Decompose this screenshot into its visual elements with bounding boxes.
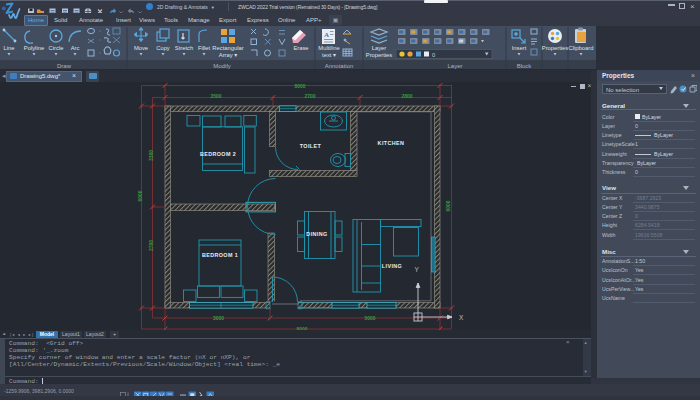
svg-text:Annotation: Annotation [325, 63, 354, 69]
svg-text:Circle: Circle [49, 45, 64, 51]
svg-text:Line: Line [4, 45, 15, 51]
svg-text:Draw: Draw [57, 63, 72, 69]
svg-text:Erase: Erase [293, 45, 308, 51]
svg-text:3300: 3300 [148, 150, 154, 161]
svg-text:Rectangular: Rectangular [212, 45, 243, 51]
svg-text:Insert: Insert [512, 45, 527, 51]
svg-text:8000: 8000 [294, 83, 305, 89]
svg-text:6000: 6000 [137, 190, 143, 201]
svg-text:Layer: Layer [447, 63, 462, 69]
svg-text:Array ▾: Array ▾ [219, 52, 237, 58]
svg-text:Layer: Layer [372, 45, 387, 51]
svg-text:Modify: Modify [213, 63, 231, 69]
svg-text:text ▾: text ▾ [322, 52, 336, 58]
svg-text:Y: Y [415, 266, 420, 273]
svg-text:2700: 2700 [148, 240, 154, 251]
svg-text:3500: 3500 [210, 93, 221, 99]
svg-text:TOILET: TOILET [300, 143, 322, 149]
svg-text:Move: Move [134, 45, 148, 51]
svg-text:A: A [324, 31, 329, 39]
svg-text:X: X [459, 314, 464, 321]
svg-text:BEDROOM 1: BEDROOM 1 [202, 252, 238, 258]
svg-text:Arc: Arc [71, 45, 80, 51]
svg-text:BEDROOM 2: BEDROOM 2 [200, 151, 236, 157]
svg-text:Properties: Properties [542, 45, 569, 51]
svg-text:Clipboard: Clipboard [569, 45, 594, 51]
svg-text:3000: 3000 [213, 315, 224, 321]
svg-text:Fillet: Fillet [198, 45, 211, 51]
svg-text:Block: Block [517, 63, 533, 69]
svg-text:0: 0 [432, 52, 435, 58]
svg-text:Copy: Copy [156, 45, 170, 51]
svg-text:5000: 5000 [364, 315, 375, 321]
svg-text:Polyline: Polyline [24, 45, 44, 51]
svg-text:DINING: DINING [306, 231, 327, 237]
svg-text:Properties: Properties [366, 52, 393, 58]
svg-text:6000: 6000 [445, 200, 451, 211]
svg-text:Stretch: Stretch [175, 45, 193, 51]
svg-text:2700: 2700 [304, 93, 315, 99]
svg-text:LIVING: LIVING [382, 263, 402, 269]
svg-text:2800: 2800 [401, 93, 412, 99]
svg-text:Multiline: Multiline [318, 45, 339, 51]
svg-text:KITCHEN: KITCHEN [378, 140, 405, 146]
